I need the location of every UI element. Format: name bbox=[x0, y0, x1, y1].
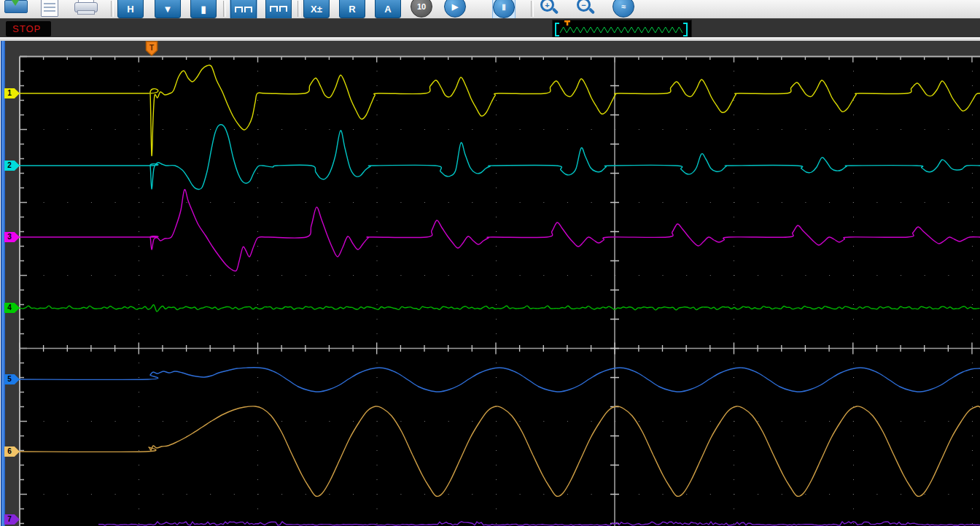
channel-7-flag-label: 7 bbox=[4, 514, 15, 525]
status-bar: STOP bbox=[0, 18, 980, 38]
channel-5-trace bbox=[20, 368, 980, 392]
channel-1-trace bbox=[20, 65, 980, 156]
multi-view-button[interactable] bbox=[265, 0, 292, 18]
zoom-out-icon: − bbox=[575, 0, 596, 18]
reference-waveform-icon: R bbox=[339, 0, 365, 18]
probe-10x-button[interactable]: 10 bbox=[411, 0, 432, 18]
channel-3-flag-label: 3 bbox=[4, 232, 15, 242]
acquisition-status-stop-button[interactable]: STOP bbox=[6, 21, 51, 36]
channel-3-trace bbox=[20, 190, 980, 271]
horizontal-setup-button[interactable]: H bbox=[117, 0, 144, 18]
run-button[interactable]: ▶ bbox=[444, 0, 466, 18]
math-channel-icon: X± bbox=[303, 0, 330, 18]
channel-6-trace bbox=[20, 406, 980, 497]
graticule-dots bbox=[20, 57, 973, 524]
vertical-setup-icon: ▼ bbox=[155, 0, 181, 18]
zoom-out-button[interactable]: − bbox=[575, 0, 596, 18]
trigger-setup-icon: ▮ bbox=[190, 0, 217, 18]
channel-6-flag-label: 6 bbox=[4, 446, 15, 457]
reference-waveform-button[interactable]: R bbox=[339, 0, 365, 18]
trigger-overview-bar[interactable] bbox=[552, 20, 692, 39]
trigger-setup-button[interactable]: ▮ bbox=[190, 0, 217, 18]
trigger-marker-label: T bbox=[149, 44, 154, 52]
toolbar-separator bbox=[298, 1, 300, 17]
print-button[interactable] bbox=[73, 0, 98, 18]
save-icon bbox=[41, 0, 58, 17]
print-icon bbox=[73, 0, 98, 18]
horizontal-setup-icon: H bbox=[117, 0, 144, 18]
trigger-overview-waveform bbox=[553, 20, 690, 36]
preview-right-bracket-handle[interactable] bbox=[683, 23, 687, 36]
preview-left-bracket-handle[interactable] bbox=[556, 23, 559, 36]
scope-display-area[interactable]: T 1234567 bbox=[0, 41, 980, 526]
single-view-button[interactable] bbox=[230, 0, 257, 19]
vertical-setup-button[interactable]: ▼ bbox=[155, 0, 181, 18]
oscilloscope-app: { "window": {"width": 1344, "height": 72… bbox=[0, 0, 980, 526]
open-file-icon bbox=[3, 0, 28, 18]
pause-icon: Ⅱ bbox=[493, 0, 515, 18]
auto-arrange-button[interactable]: ≈ bbox=[612, 0, 634, 18]
toolbar-separator bbox=[111, 1, 114, 17]
toolbar-separator bbox=[223, 1, 226, 17]
stop-label: STOP bbox=[6, 23, 41, 34]
channel-5-flag-label: 5 bbox=[4, 374, 15, 384]
pause-button[interactable]: Ⅱ bbox=[492, 0, 516, 19]
preview-waveform bbox=[560, 27, 682, 33]
channel-1-flag-label: 1 bbox=[4, 88, 15, 98]
channel-4-flag-label: 4 bbox=[4, 303, 15, 313]
main-toolbar: H▼▮X±RA10▶Ⅱ+−≈ bbox=[0, 0, 980, 19]
math-channel-button[interactable]: X± bbox=[303, 0, 330, 18]
run-icon: ▶ bbox=[444, 0, 466, 18]
preview-trigger-marker-stem bbox=[567, 20, 569, 26]
open-file-button[interactable] bbox=[3, 0, 28, 18]
waveform-canvas[interactable]: T bbox=[0, 41, 980, 526]
annotation-button[interactable]: A bbox=[375, 0, 401, 18]
channel-2-flag-label: 2 bbox=[4, 160, 15, 171]
channel-4-trace bbox=[20, 305, 979, 312]
auto-arrange-icon: ≈ bbox=[612, 0, 634, 18]
toolbar-separator bbox=[531, 1, 534, 17]
zoom-in-icon: + bbox=[538, 0, 560, 18]
channel-2-trace bbox=[20, 125, 980, 190]
annotation-icon: A bbox=[375, 0, 401, 18]
zoom-in-button[interactable]: + bbox=[538, 0, 560, 18]
single-view-icon bbox=[230, 0, 257, 19]
multi-view-icon bbox=[265, 0, 292, 19]
probe-10x-icon: 10 bbox=[411, 0, 432, 18]
save-button[interactable] bbox=[41, 0, 58, 18]
channel-7-trace bbox=[98, 522, 980, 525]
